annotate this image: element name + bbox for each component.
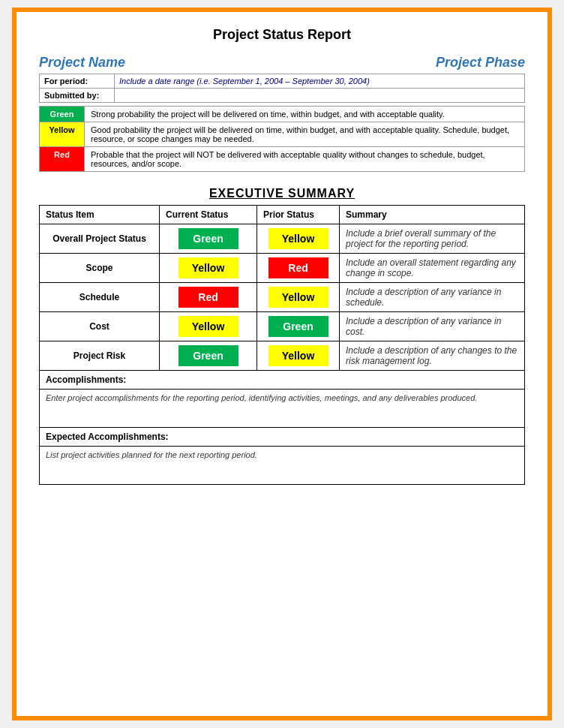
legend-red-color: Red xyxy=(40,147,85,172)
exec-current-0: Green xyxy=(160,224,257,254)
expected-accomplishments-row: Expected Accomplishments: List project a… xyxy=(40,428,525,485)
for-period-row: For period: Include a date range (i.e. S… xyxy=(40,74,525,89)
accomplishments-row: Accomplishments: Enter project accomplis… xyxy=(40,371,525,428)
legend-green-row: Green Strong probability the project wil… xyxy=(40,107,525,122)
expected-accomplishments-header: Expected Accomplishments: xyxy=(40,428,524,447)
legend-red-desc: Probable that the project will NOT be de… xyxy=(85,147,525,172)
expected-accomplishments-content: List project activities planned for the … xyxy=(40,447,524,484)
exec-prior-1: Red xyxy=(257,254,340,283)
col-status-item: Status Item xyxy=(40,206,160,224)
exec-item-4: Project Risk xyxy=(40,341,160,371)
project-phase-label: Project Phase xyxy=(436,55,525,71)
col-summary: Summary xyxy=(340,206,525,224)
page-title: Project Status Report xyxy=(39,27,525,43)
prior-badge-2: Yellow xyxy=(268,287,328,308)
project-name-label: Project Name xyxy=(39,55,125,71)
exec-summary-1: Include an overall statement regarding a… xyxy=(340,254,525,283)
page-container: Project Status Report Project Name Proje… xyxy=(12,8,552,720)
exec-prior-2: Yellow xyxy=(257,283,340,312)
submitted-by-label: Submitted by: xyxy=(40,89,115,103)
legend-red-row: Red Probable that the project will NOT b… xyxy=(40,147,525,172)
legend-green-color: Green xyxy=(40,107,85,122)
exec-summary-0: Include a brief overall summary of the p… xyxy=(340,224,525,254)
exec-row-3: CostYellowGreenInclude a description of … xyxy=(40,312,525,341)
exec-row-0: Overall Project StatusGreenYellowInclude… xyxy=(40,224,525,254)
current-badge-4: Green xyxy=(178,345,238,366)
for-period-label: For period: xyxy=(40,74,115,89)
executive-summary-table: Status Item Current Status Prior Status … xyxy=(39,205,525,485)
exec-item-1: Scope xyxy=(40,254,160,283)
legend-yellow-desc: Good probability the project will be del… xyxy=(85,122,525,147)
exec-item-0: Overall Project Status xyxy=(40,224,160,254)
legend-table: Green Strong probability the project wil… xyxy=(39,106,525,172)
submitted-by-value xyxy=(115,89,525,103)
exec-summary-4: Include a description of any changes to … xyxy=(340,341,525,371)
legend-yellow-color: Yellow xyxy=(40,122,85,147)
current-badge-2: Red xyxy=(178,287,238,308)
exec-item-2: Schedule xyxy=(40,283,160,312)
exec-row-2: ScheduleRedYellowInclude a description o… xyxy=(40,283,525,312)
exec-current-1: Yellow xyxy=(160,254,257,283)
executive-summary-title: EXECUTIVE SUMMARY xyxy=(39,187,525,200)
accomplishments-header: Accomplishments: xyxy=(40,371,524,390)
exec-current-2: Red xyxy=(160,283,257,312)
exec-summary-3: Include a description of any variance in… xyxy=(340,312,525,341)
prior-badge-4: Yellow xyxy=(268,345,328,366)
col-prior-status: Prior Status xyxy=(257,206,340,224)
exec-row-1: ScopeYellowRedInclude an overall stateme… xyxy=(40,254,525,283)
col-current-status: Current Status xyxy=(160,206,257,224)
current-badge-1: Yellow xyxy=(178,257,238,278)
exec-current-3: Yellow xyxy=(160,312,257,341)
info-table: For period: Include a date range (i.e. S… xyxy=(39,74,525,103)
submitted-by-row: Submitted by: xyxy=(40,89,525,103)
prior-badge-3: Green xyxy=(268,316,328,337)
accomplishments-content: Enter project accomplishments for the re… xyxy=(40,390,524,427)
legend-green-desc: Strong probability the project will be d… xyxy=(85,107,525,122)
exec-summary-2: Include a description of any variance in… xyxy=(340,283,525,312)
exec-current-4: Green xyxy=(160,341,257,371)
exec-prior-4: Yellow xyxy=(257,341,340,371)
exec-prior-3: Green xyxy=(257,312,340,341)
exec-row-4: Project RiskGreenYellowInclude a descrip… xyxy=(40,341,525,371)
for-period-value: Include a date range (i.e. September 1, … xyxy=(115,74,525,89)
project-header: Project Name Project Phase xyxy=(39,55,525,71)
exec-prior-0: Yellow xyxy=(257,224,340,254)
current-badge-3: Yellow xyxy=(178,316,238,337)
exec-item-3: Cost xyxy=(40,312,160,341)
current-badge-0: Green xyxy=(178,228,238,249)
prior-badge-0: Yellow xyxy=(268,228,328,249)
prior-badge-1: Red xyxy=(268,257,328,278)
exec-table-header-row: Status Item Current Status Prior Status … xyxy=(40,206,525,224)
legend-yellow-row: Yellow Good probability the project will… xyxy=(40,122,525,147)
